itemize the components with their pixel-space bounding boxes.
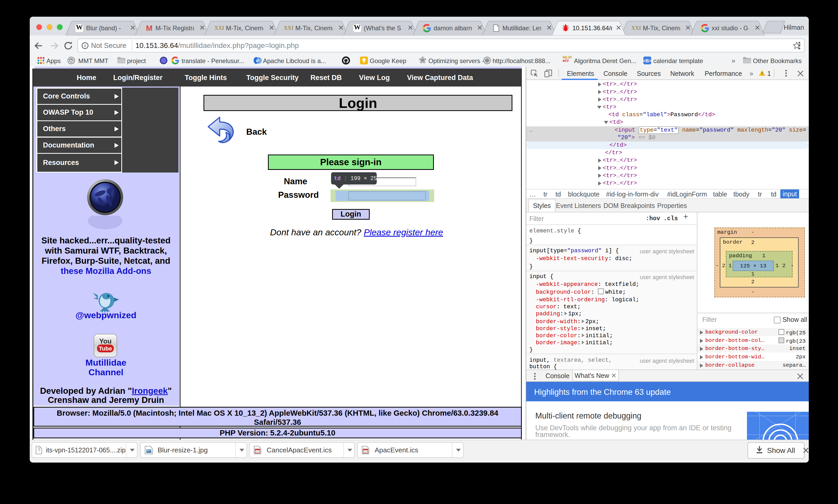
svg-text:17: 17 [256, 451, 259, 453]
svg-text:17: 17 [364, 451, 367, 453]
